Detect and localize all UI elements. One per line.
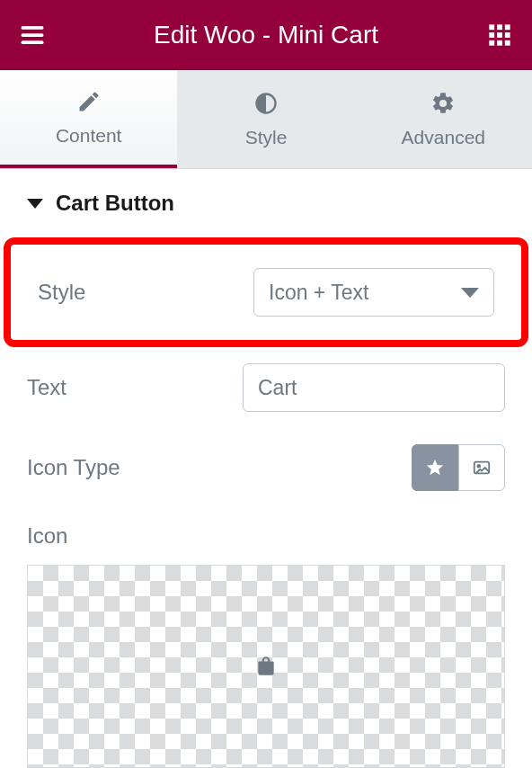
- caret-down-icon: [27, 199, 43, 209]
- field-label: Text: [27, 375, 243, 400]
- text-input[interactable]: [243, 363, 505, 412]
- icon-type-image-button[interactable]: [458, 444, 505, 491]
- select-value: Icon + Text: [269, 281, 368, 305]
- svg-rect-6: [489, 32, 494, 38]
- field-label: Icon: [27, 523, 243, 549]
- svg-rect-4: [497, 24, 502, 30]
- icon-preview-area[interactable]: [27, 565, 505, 768]
- tab-label: Advanced: [402, 127, 485, 148]
- field-label: Icon Type: [27, 455, 243, 480]
- icon-type-toggle: [412, 444, 505, 491]
- pencil-icon: [76, 89, 102, 114]
- tab-content[interactable]: Content: [0, 70, 177, 168]
- tabs-nav: Content Style Advanced: [0, 70, 532, 169]
- field-row-icon-type: Icon Type: [0, 428, 532, 507]
- tab-style[interactable]: Style: [177, 70, 354, 168]
- apps-grid-icon[interactable]: [485, 21, 514, 49]
- chevron-down-icon: [461, 288, 479, 298]
- svg-rect-8: [505, 32, 510, 38]
- page-title: Edit Woo - Mini Cart: [47, 21, 485, 49]
- style-select[interactable]: Icon + Text: [253, 268, 494, 317]
- bag-icon: [254, 655, 278, 678]
- icon-type-star-button[interactable]: [412, 444, 458, 491]
- tab-label: Content: [56, 125, 122, 147]
- section-header-cart-button[interactable]: Cart Button: [0, 169, 532, 237]
- field-label: Style: [38, 280, 253, 305]
- svg-rect-3: [489, 24, 494, 30]
- contrast-icon: [253, 91, 279, 116]
- gear-icon: [430, 91, 456, 116]
- svg-rect-7: [497, 32, 502, 38]
- tab-label: Style: [245, 127, 288, 148]
- field-row-icon: Icon: [0, 507, 532, 552]
- menu-icon[interactable]: [18, 21, 47, 49]
- svg-rect-1: [22, 33, 44, 37]
- field-row-text: Text: [0, 347, 532, 428]
- image-icon: [472, 458, 492, 478]
- tab-advanced[interactable]: Advanced: [355, 70, 532, 168]
- editor-header: Edit Woo - Mini Cart: [0, 0, 532, 70]
- star-icon: [425, 458, 445, 478]
- section-title: Cart Button: [56, 191, 174, 216]
- svg-rect-11: [505, 40, 510, 46]
- field-row-style: Style Icon + Text: [34, 261, 498, 324]
- svg-point-13: [477, 465, 480, 468]
- svg-rect-9: [489, 40, 494, 46]
- svg-rect-2: [22, 40, 44, 44]
- svg-rect-5: [505, 24, 510, 30]
- svg-rect-10: [497, 40, 502, 46]
- highlight-box: Style Icon + Text: [4, 237, 528, 347]
- svg-rect-0: [22, 26, 44, 30]
